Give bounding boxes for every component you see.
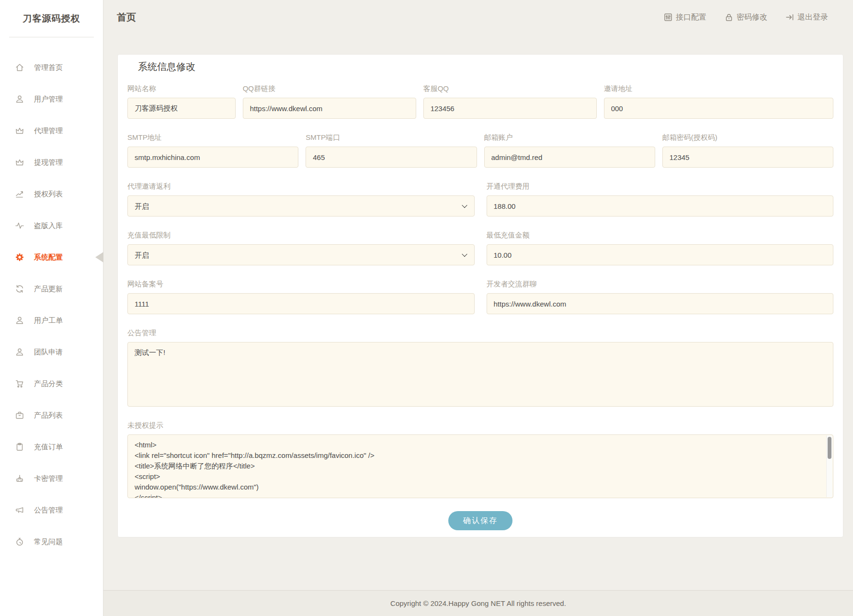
sidebar-item-label: 常见问题 xyxy=(34,537,63,547)
sidebar-item-label: 用户管理 xyxy=(34,95,63,104)
site-name-input[interactable] xyxy=(127,98,236,119)
sidebar-item-faq[interactable]: 常见问题 xyxy=(0,526,103,558)
sidebar-item-label: 用户工单 xyxy=(34,316,63,325)
service-qq-label: 客服QQ xyxy=(423,83,597,93)
sidebar-item-label: 充值订单 xyxy=(34,443,63,452)
invite-address-label: 邀请地址 xyxy=(604,83,833,93)
field-min-recharge-amount: 最低充值金额 xyxy=(487,230,834,265)
change-password-button[interactable]: 密码修改 xyxy=(725,12,767,23)
email-password-input[interactable] xyxy=(662,147,833,168)
field-email-account: 邮箱账户 xyxy=(484,132,655,168)
gear-icon xyxy=(15,252,24,262)
field-service-qq: 客服QQ xyxy=(423,83,597,119)
developer-group-chat-input[interactable] xyxy=(487,293,834,314)
sidebar-item-recharge-orders[interactable]: 充值订单 xyxy=(0,431,103,463)
logout-button[interactable]: 退出登录 xyxy=(785,12,828,23)
sidebar-item-product-update[interactable]: 产品更新 xyxy=(0,273,103,305)
min-recharge-amount-label: 最低充值金额 xyxy=(487,230,834,240)
brush-icon xyxy=(15,474,24,483)
sidebar-item-label: 公告管理 xyxy=(34,506,63,515)
unauthorized-notice-textarea[interactable]: <html> <link rel="shortcut icon" href="h… xyxy=(127,434,833,498)
sidebar-item-label: 系统配置 xyxy=(34,253,63,262)
field-invite-address: 邀请地址 xyxy=(604,83,833,119)
unauthorized-notice-label: 未授权提示 xyxy=(127,420,833,430)
agent-open-fee-input[interactable] xyxy=(487,195,834,217)
logout-label: 退出登录 xyxy=(797,12,828,23)
developer-group-chat-label: 开发者交流群聊 xyxy=(487,279,834,289)
stopwatch-icon xyxy=(15,537,24,547)
invite-address-input[interactable] xyxy=(604,98,833,119)
clipboard-icon xyxy=(15,442,24,452)
sidebar-item-piracy-intake[interactable]: 盗版入库 xyxy=(0,210,103,241)
sidebar-item-label: 产品更新 xyxy=(34,285,63,294)
main-area: 首页 接口配置 密码修改 退出登录 系统信息修改 网站名称 xyxy=(103,0,853,616)
system-config-card: 系统信息修改 网站名称 QQ群链接 客服QQ 邀请地址 xyxy=(117,54,843,537)
change-password-label: 密码修改 xyxy=(737,12,767,23)
chart-line-icon xyxy=(15,189,24,199)
lock-icon xyxy=(725,13,733,22)
app-logo: 刀客源码授权 xyxy=(0,0,103,37)
agent-invite-rebate-select[interactable]: 开启 xyxy=(127,195,475,217)
sidebar-item-announcements[interactable]: 公告管理 xyxy=(0,494,103,526)
crown-icon xyxy=(15,126,24,136)
field-qq-group-link: QQ群链接 xyxy=(243,83,416,119)
field-icp-number: 网站备案号 xyxy=(127,279,475,314)
sidebar-item-card-keys[interactable]: 卡密管理 xyxy=(0,463,103,494)
api-config-label: 接口配置 xyxy=(676,12,706,23)
announcement-textarea[interactable]: 测试一下! xyxy=(127,342,833,407)
sidebar-item-withdrawals[interactable]: 提现管理 xyxy=(0,147,103,178)
save-button[interactable]: 确认保存 xyxy=(448,511,512,530)
agent-invite-rebate-label: 代理邀请返利 xyxy=(127,181,475,191)
min-recharge-amount-input[interactable] xyxy=(487,244,834,265)
email-account-input[interactable] xyxy=(484,147,655,168)
sidebar-item-label: 卡密管理 xyxy=(34,474,63,483)
agent-open-fee-label: 开通代理费用 xyxy=(487,181,834,191)
field-developer-group-chat: 开发者交流群聊 xyxy=(487,279,834,314)
sidebar-item-system-config[interactable]: 系统配置 xyxy=(0,241,103,273)
briefcase-icon xyxy=(15,411,24,420)
smtp-address-input[interactable] xyxy=(127,147,298,168)
recharge-min-limit-select[interactable]: 开启 xyxy=(127,244,475,265)
crown-icon xyxy=(15,158,24,167)
email-password-label: 邮箱密码(授权码) xyxy=(662,132,833,142)
service-qq-input[interactable] xyxy=(423,98,597,119)
qq-group-link-input[interactable] xyxy=(243,98,416,119)
user-icon xyxy=(15,94,24,104)
smtp-port-label: SMTP端口 xyxy=(306,132,477,142)
icp-number-input[interactable] xyxy=(127,293,475,314)
user-icon xyxy=(15,347,24,357)
recharge-min-limit-label: 充值最低限制 xyxy=(127,230,475,240)
sidebar-item-auth-list[interactable]: 授权列表 xyxy=(0,178,103,210)
textarea-scrollbar-thumb[interactable] xyxy=(828,437,831,459)
topbar-actions: 接口配置 密码修改 退出登录 xyxy=(664,12,828,23)
card-title: 系统信息修改 xyxy=(138,60,833,73)
logout-icon xyxy=(785,13,794,22)
textarea-scrollbar[interactable] xyxy=(826,435,832,497)
field-agent-invite-rebate: 代理邀请返利 开启 xyxy=(127,181,475,217)
sidebar-item-users[interactable]: 用户管理 xyxy=(0,83,103,115)
sidebar-nav: 管理首页 用户管理 代理管理 提现管理 授权列表 盗版入库 xyxy=(0,37,103,558)
field-agent-open-fee: 开通代理费用 xyxy=(487,181,834,217)
home-icon xyxy=(15,63,24,72)
field-recharge-min-limit: 充值最低限制 开启 xyxy=(127,230,475,265)
sidebar-item-product-category[interactable]: 产品分类 xyxy=(0,368,103,399)
content-area: 系统信息修改 网站名称 QQ群链接 客服QQ 邀请地址 xyxy=(103,34,853,590)
megaphone-icon xyxy=(15,505,24,515)
sidebar-item-user-tickets[interactable]: 用户工单 xyxy=(0,305,103,336)
field-smtp-address: SMTP地址 xyxy=(127,132,298,168)
sidebar-item-label: 产品列表 xyxy=(34,411,63,420)
sidebar-item-label: 授权列表 xyxy=(34,190,63,199)
sidebar-item-agents[interactable]: 代理管理 xyxy=(0,115,103,147)
sidebar-item-product-list[interactable]: 产品列表 xyxy=(0,399,103,431)
api-config-button[interactable]: 接口配置 xyxy=(664,12,706,23)
sidebar-item-dashboard[interactable]: 管理首页 xyxy=(0,52,103,83)
email-account-label: 邮箱账户 xyxy=(484,132,655,142)
sidebar: 刀客源码授权 管理首页 用户管理 代理管理 提现管理 授权列表 盗版入库 xyxy=(0,0,103,616)
field-site-name: 网站名称 xyxy=(127,83,236,119)
sidebar-item-team-apply[interactable]: 团队申请 xyxy=(0,336,103,368)
smtp-port-input[interactable] xyxy=(306,147,477,168)
sidebar-item-label: 代理管理 xyxy=(34,126,63,136)
field-email-password: 邮箱密码(授权码) xyxy=(662,132,833,168)
sidebar-item-label: 提现管理 xyxy=(34,158,63,167)
smtp-address-label: SMTP地址 xyxy=(127,132,298,142)
